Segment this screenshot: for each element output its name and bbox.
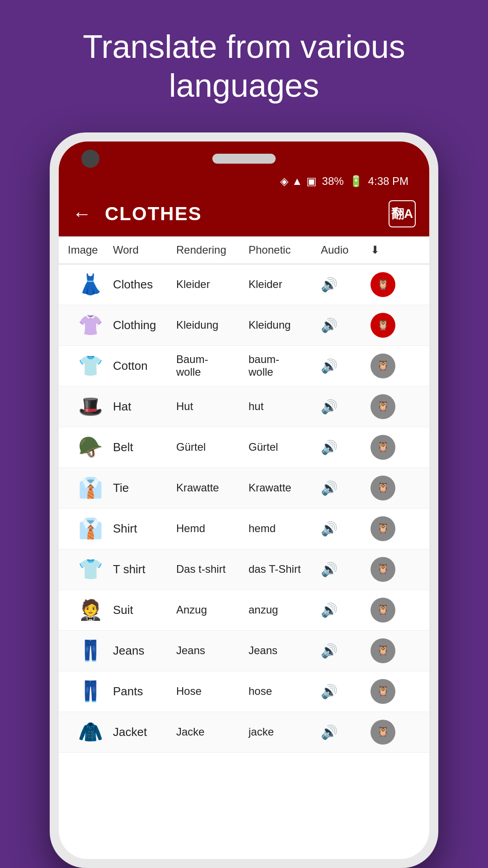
- cell-image: 👕: [68, 356, 113, 376]
- owl-button[interactable]: 🦉: [371, 313, 395, 338]
- status-bar: ◈ ▲ ▣ 38% 🔋 4:38 PM: [72, 171, 416, 191]
- cell-owl-button[interactable]: 🦉: [371, 720, 407, 745]
- cell-audio[interactable]: 🔊: [321, 399, 371, 415]
- cell-phonetic: Gürtel: [249, 441, 321, 453]
- cell-rendering: Hemd: [176, 522, 249, 535]
- cell-owl-button[interactable]: 🦉: [371, 354, 407, 378]
- cell-owl-button[interactable]: 🦉: [371, 679, 407, 704]
- cell-audio[interactable]: 🔊: [321, 561, 371, 577]
- table-row: 👔TieKrawatteKrawatte🔊🦉: [59, 468, 429, 509]
- cell-owl-button[interactable]: 🦉: [371, 435, 407, 460]
- table-row: 🪖BeltGürtelGürtel🔊🦉: [59, 427, 429, 468]
- cell-owl-button[interactable]: 🦉: [371, 313, 407, 338]
- cell-image: 🧥: [68, 722, 113, 742]
- cell-audio[interactable]: 🔊: [321, 439, 371, 455]
- cell-audio[interactable]: 🔊: [321, 480, 371, 496]
- owl-button[interactable]: 🦉: [371, 476, 395, 500]
- cell-audio[interactable]: 🔊: [321, 643, 371, 659]
- cell-audio[interactable]: 🔊: [321, 521, 371, 537]
- status-icons: ◈ ▲ ▣: [280, 175, 317, 188]
- cell-word: Clothes: [113, 278, 176, 292]
- audio-play-icon: 🔊: [321, 725, 338, 740]
- cell-audio[interactable]: 🔊: [321, 602, 371, 618]
- word-image: 👕: [78, 559, 103, 579]
- owl-button[interactable]: 🦉: [371, 557, 395, 582]
- cell-audio[interactable]: 🔊: [321, 358, 371, 374]
- cell-owl-button[interactable]: 🦉: [371, 516, 407, 541]
- cell-word: Hat: [113, 400, 176, 414]
- back-button[interactable]: ←: [72, 203, 91, 225]
- owl-button[interactable]: 🦉: [371, 516, 395, 541]
- wifi-icon: ▲: [292, 175, 303, 188]
- audio-play-icon: 🔊: [321, 359, 338, 373]
- audio-play-icon: 🔊: [321, 440, 338, 455]
- translate-button[interactable]: 翻A: [389, 200, 416, 227]
- header-download[interactable]: ⬇: [371, 244, 407, 256]
- owl-button[interactable]: 🦉: [371, 435, 395, 460]
- owl-button[interactable]: 🦉: [371, 272, 395, 297]
- word-image: 👖: [78, 641, 103, 660]
- cell-audio[interactable]: 🔊: [321, 277, 371, 292]
- cell-image: 👚: [68, 315, 113, 335]
- cell-rendering: Anzug: [176, 604, 249, 616]
- cell-rendering: Krawatte: [176, 481, 249, 494]
- battery-percent: 38%: [322, 175, 344, 188]
- owl-button[interactable]: 🦉: [371, 394, 395, 419]
- cell-phonetic: jacke: [249, 726, 321, 738]
- audio-play-icon: 🔊: [321, 643, 338, 658]
- cell-owl-button[interactable]: 🦉: [371, 394, 407, 419]
- table-row: 👖PantsHosehose🔊🦉: [59, 671, 429, 712]
- cell-phonetic: hemd: [249, 522, 321, 535]
- cell-image: 👔: [68, 519, 113, 538]
- audio-play-icon: 🔊: [321, 562, 338, 577]
- word-image: 🤵: [78, 600, 103, 620]
- owl-button[interactable]: 🦉: [371, 598, 395, 623]
- cell-word: Suit: [113, 603, 176, 617]
- audio-play-icon: 🔊: [321, 521, 338, 536]
- table-body: 👗ClothesKleiderKleider🔊🦉👚ClothingKleidun…: [59, 264, 429, 855]
- owl-button[interactable]: 🦉: [371, 720, 395, 745]
- phone-mockup: ◈ ▲ ▣ 38% 🔋 4:38 PM ← CLOTHES 翻A: [50, 132, 438, 868]
- cell-word: Shirt: [113, 522, 176, 536]
- owl-button[interactable]: 🦉: [371, 638, 395, 663]
- cell-rendering: Baum- wolle: [176, 353, 249, 378]
- header-phonetic: Phonetic: [249, 244, 321, 256]
- table-row: 👕T shirtDas t-shirtdas T-Shirt🔊🦉: [59, 549, 429, 590]
- cell-owl-button[interactable]: 🦉: [371, 557, 407, 582]
- header-audio: Audio: [321, 244, 371, 256]
- cell-image: 🎩: [68, 396, 113, 416]
- cell-audio[interactable]: 🔊: [321, 317, 371, 333]
- cell-owl-button[interactable]: 🦉: [371, 638, 407, 663]
- phone-header: ◈ ▲ ▣ 38% 🔋 4:38 PM: [59, 142, 429, 191]
- table-row: 🧥JacketJackejacke🔊🦉: [59, 712, 429, 753]
- cell-rendering: Hose: [176, 685, 249, 698]
- cell-phonetic: anzug: [249, 604, 321, 616]
- cell-phonetic: baum- wolle: [249, 353, 321, 378]
- cell-owl-button[interactable]: 🦉: [371, 598, 407, 623]
- owl-button[interactable]: 🦉: [371, 354, 395, 378]
- cell-audio[interactable]: 🔊: [321, 724, 371, 740]
- audio-play-icon: 🔊: [321, 399, 338, 414]
- cell-image: 🤵: [68, 600, 113, 620]
- cell-word: T shirt: [113, 562, 176, 576]
- cell-rendering: Hut: [176, 400, 249, 413]
- cell-image: 🪖: [68, 437, 113, 457]
- vocabulary-table: Image Word Rendering Phonetic Audio ⬇ 👗C…: [59, 236, 429, 859]
- cell-phonetic: Kleidung: [249, 319, 321, 331]
- cell-owl-button[interactable]: 🦉: [371, 476, 407, 500]
- cell-owl-button[interactable]: 🦉: [371, 272, 407, 297]
- table-row: 👕CottonBaum- wollebaum- wolle🔊🦉: [59, 346, 429, 387]
- owl-button[interactable]: 🦉: [371, 679, 395, 704]
- word-image: 🎩: [78, 396, 103, 416]
- cell-phonetic: Jeans: [249, 644, 321, 657]
- header-rendering: Rendering: [176, 244, 249, 256]
- cell-rendering: Jeans: [176, 644, 249, 657]
- cell-rendering: Gürtel: [176, 441, 249, 453]
- app-toolbar: ← CLOTHES 翻A: [59, 191, 429, 236]
- cell-word: Tie: [113, 481, 176, 495]
- cell-rendering: Jacke: [176, 726, 249, 738]
- cell-audio[interactable]: 🔊: [321, 684, 371, 699]
- front-camera: [81, 150, 99, 168]
- screen-title: CLOTHES: [105, 203, 375, 225]
- cell-phonetic: Krawatte: [249, 481, 321, 494]
